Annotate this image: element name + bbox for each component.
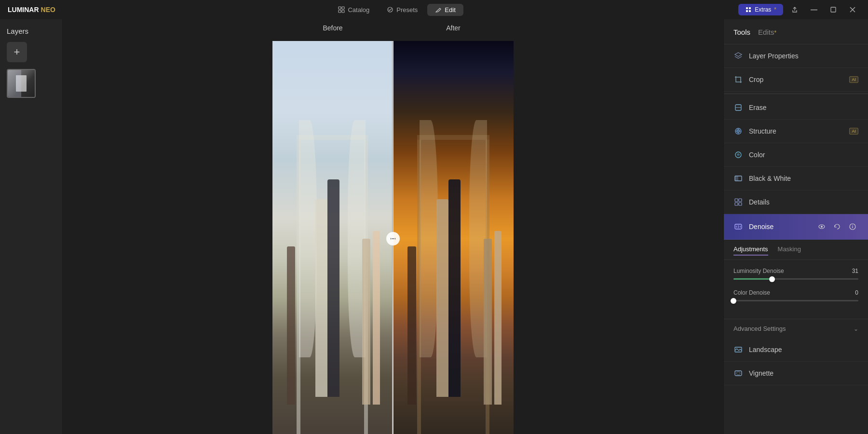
extras-button[interactable]: Extras * (738, 4, 783, 15)
guest3-figure-after (494, 231, 502, 405)
bw-icon (733, 174, 743, 183)
guest2-figure (362, 239, 370, 405)
share-button[interactable] (787, 2, 802, 17)
tool-details[interactable]: Details (724, 190, 868, 214)
luminosity-denoise-fill (733, 278, 772, 280)
svg-rect-0 (339, 7, 341, 9)
layers-icon (733, 51, 743, 61)
tool-black-white[interactable]: Black & White (724, 167, 868, 190)
after-label: After (393, 24, 514, 32)
before-image (272, 41, 392, 434)
denoise-info-button[interactable] (847, 221, 858, 232)
masking-tab[interactable]: Masking (778, 245, 801, 256)
crop-icon (733, 75, 743, 84)
landscape-label: Landscape (749, 346, 858, 353)
maximize-button[interactable] (826, 2, 841, 17)
tool-crop[interactable]: Crop AI (724, 68, 868, 92)
erase-label: Erase (749, 104, 858, 111)
edits-tab[interactable]: Edits* (758, 27, 776, 37)
logo-luminar: LUMINAR (8, 6, 39, 14)
catalog-label: Catalog (348, 6, 369, 14)
color-icon (733, 150, 743, 160)
crop-ai-badge: AI (849, 76, 858, 83)
tool-denoise[interactable]: Denoise (724, 214, 868, 240)
advanced-settings-row[interactable]: Advanced Settings ⌄ (724, 319, 868, 338)
tool-landscape[interactable]: Landscape (724, 338, 868, 362)
layers-header: Layers (0, 19, 62, 40)
svg-point-35 (852, 225, 853, 226)
before-after-labels: Before After (272, 24, 514, 32)
denoise-actions (816, 221, 858, 232)
svg-point-32 (821, 226, 823, 228)
presets-label: Presets (396, 6, 418, 14)
nav-tabs: Catalog Presets Edit (330, 4, 463, 16)
layer-thumbnail-1[interactable] (7, 69, 36, 98)
tool-color[interactable]: Color (724, 143, 868, 167)
extras-label: Extras (755, 6, 771, 13)
tool-structure[interactable]: Structure AI (724, 120, 868, 143)
svg-rect-3 (342, 10, 344, 13)
svg-rect-6 (749, 7, 751, 9)
svg-rect-10 (831, 7, 836, 12)
svg-rect-25 (735, 203, 738, 205)
bride-figure-after (436, 199, 448, 397)
add-layer-button[interactable]: + (7, 42, 27, 62)
nav-presets[interactable]: Presets (379, 4, 425, 16)
adjustments-tab[interactable]: Adjustments (733, 245, 768, 256)
app-logo: LUMINAR NEO (8, 6, 55, 14)
luminosity-denoise-track[interactable] (733, 278, 858, 280)
svg-rect-7 (746, 10, 748, 12)
edit-label: Edit (445, 6, 455, 14)
drape-left-after (420, 120, 438, 357)
tools-divider-1 (724, 94, 868, 94)
svg-rect-23 (735, 199, 738, 202)
nav-edit[interactable]: Edit (427, 4, 463, 16)
crop-label: Crop (749, 76, 842, 83)
bride-figure (315, 199, 327, 397)
tool-erase[interactable]: Erase (724, 96, 868, 120)
tools-tab[interactable]: Tools (733, 27, 750, 37)
groom-figure-after (448, 179, 461, 397)
photo-before (272, 41, 393, 434)
tool-vignette[interactable]: Vignette (724, 362, 868, 385)
erase-icon (733, 103, 743, 112)
color-denoise-track[interactable] (733, 300, 858, 301)
nav-catalog[interactable]: Catalog (330, 4, 377, 16)
advanced-settings-label: Advanced Settings (733, 325, 786, 332)
photo-divider[interactable] (393, 41, 393, 434)
landscape-icon (733, 345, 743, 354)
color-denoise-thumb[interactable] (731, 298, 736, 304)
after-image (393, 41, 514, 434)
structure-ai-badge: AI (849, 128, 858, 135)
luminosity-denoise-row: Luminosity Denoise 31 (733, 268, 858, 280)
svg-rect-5 (746, 7, 748, 9)
svg-rect-26 (739, 203, 742, 205)
guest2-figure-after (484, 239, 492, 405)
layers-panel: Layers + (0, 19, 63, 434)
svg-rect-1 (342, 7, 344, 9)
minimize-button[interactable] (806, 2, 822, 17)
tool-layer-properties[interactable]: Layer Properties (724, 44, 868, 68)
bw-label: Black & White (749, 175, 858, 182)
color-denoise-row: Color Denoise 0 (733, 289, 858, 301)
details-label: Details (749, 198, 858, 206)
photo-container (272, 41, 514, 434)
luminosity-denoise-thumb[interactable] (769, 276, 775, 282)
groom-figure (327, 179, 339, 397)
logo-neo: NEO (41, 6, 55, 14)
photo-after (393, 41, 514, 434)
titlebar-right: Extras * (738, 2, 860, 17)
adjustment-tabs: Adjustments Masking (724, 240, 868, 260)
denoise-label: Denoise (749, 223, 810, 231)
guest1-figure-after (407, 246, 416, 405)
sliders-section: Luminosity Denoise 31 Color Denoise 0 (724, 260, 868, 319)
vignette-label: Vignette (749, 369, 858, 377)
tools-panel: Tools Edits* Layer Properties (723, 19, 868, 434)
denoise-visibility-button[interactable] (816, 221, 827, 232)
svg-rect-8 (749, 10, 751, 12)
edits-badge: * (774, 29, 776, 36)
denoise-undo-button[interactable] (831, 221, 843, 232)
divider-handle[interactable] (386, 232, 400, 245)
guest3-figure (373, 231, 380, 405)
close-button[interactable] (845, 2, 860, 17)
